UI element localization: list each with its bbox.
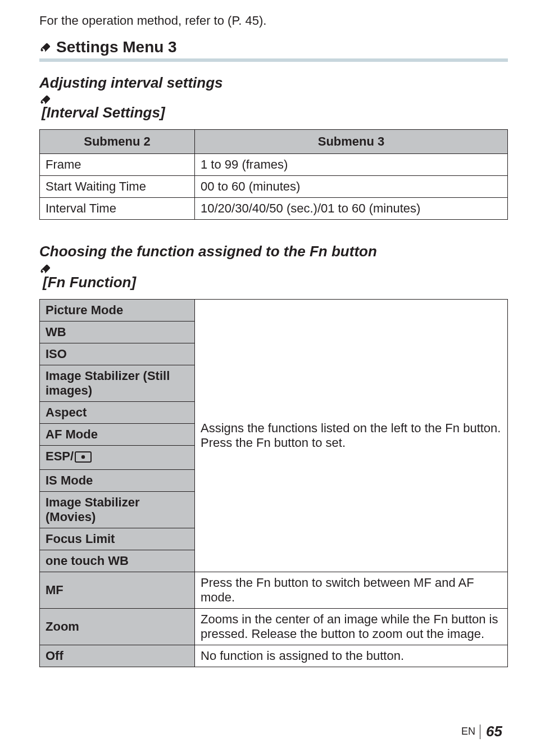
fn-option-is-mode: IS Mode [40,470,195,492]
table1-row1-label: Start Waiting Time [40,176,195,198]
fn-option-iso: ISO [40,343,195,365]
intro-text: For the operation method, refer to (P. 4… [39,13,508,28]
fn-option-esp-label: ESP/ [46,449,74,463]
interval-subheading-title: Interval Settings] [47,104,165,121]
fn-subheading-line2: [Fn Function] [43,274,136,291]
fn-option-focus-limit: Focus Limit [40,528,195,550]
footer-divider [480,725,480,739]
fn-option-aspect: Aspect [40,402,195,424]
table-row: MF Press the Fn button to switch between… [40,572,508,609]
interval-subheading-prefix: Adjusting interval settings [39,74,223,91]
table1-row1-value: 00 to 60 (minutes) [195,176,508,198]
table1-head-c2: Submenu 3 [195,130,508,154]
fn-option-esp-spot: ESP/ [40,446,195,470]
table1-row2-value: 10/20/30/40/50 (sec.)/01 to 60 (minutes) [195,198,508,220]
fn-option-image-stabilizer-still: Image Stabilizer (Still images) [40,365,195,402]
wrench-icon [39,94,508,106]
wrench-icon [39,42,52,54]
section-heading-text: Settings Menu 3 [56,38,177,56]
table-row: Off No function is assigned to the butto… [40,645,508,667]
footer-lang: EN [461,726,475,737]
page-footer: EN 65 [461,723,502,740]
fn-option-image-stabilizer-movies: Image Stabilizer (Movies) [40,492,195,528]
fn-assign-description: Assigns the functions listed on the left… [195,300,508,572]
wrench-icon [39,263,508,275]
svg-point-1 [81,455,85,459]
fn-option-picture-mode: Picture Mode [40,300,195,322]
table1-row2-label: Interval Time [40,198,195,220]
fn-zoom-description: Zooms in the center of an image while th… [195,609,508,645]
interval-subheading: Adjusting interval settings [Interval Se… [39,74,508,121]
fn-option-af-mode: AF Mode [40,424,195,446]
table1-row0-value: 1 to 99 (frames) [195,154,508,176]
fn-subheading-line1: Choosing the function assigned to the Fn… [39,243,377,260]
fn-option-off: Off [40,645,195,667]
fn-assign-desc-line1: Assigns the functions listed on the left… [201,421,502,436]
spot-metering-icon [75,451,92,466]
table-row: Picture Mode Assigns the functions liste… [40,300,508,322]
fn-assign-desc-line2: Press the Fn button to set. [201,436,502,450]
fn-subheading: Choosing the function assigned to the Fn… [39,242,508,291]
interval-subheading-bracket: [ [42,104,47,121]
page: For the operation method, refer to (P. 4… [0,0,536,756]
section-heading: Settings Menu 3 [39,38,508,56]
section-underline [39,58,508,62]
table-row: Interval Time 10/20/30/40/50 (sec.)/01 t… [40,198,508,220]
table1-head-c1: Submenu 2 [40,130,195,154]
interval-settings-table: Submenu 2 Submenu 3 Frame 1 to 99 (frame… [39,129,508,220]
table1-row0-label: Frame [40,154,195,176]
fn-off-description: No function is assigned to the button. [195,645,508,667]
fn-option-one-touch-wb: one touch WB [40,550,195,572]
fn-function-table: Picture Mode Assigns the functions liste… [39,299,508,667]
fn-option-mf: MF [40,572,195,609]
table-row: Start Waiting Time 00 to 60 (minutes) [40,176,508,198]
fn-option-wb: WB [40,322,195,343]
footer-page-number: 65 [486,723,502,740]
fn-mf-description: Press the Fn button to switch between MF… [195,572,508,609]
table-row: Frame 1 to 99 (frames) [40,154,508,176]
table-row: Zoom Zooms in the center of an image whi… [40,609,508,645]
fn-option-zoom: Zoom [40,609,195,645]
